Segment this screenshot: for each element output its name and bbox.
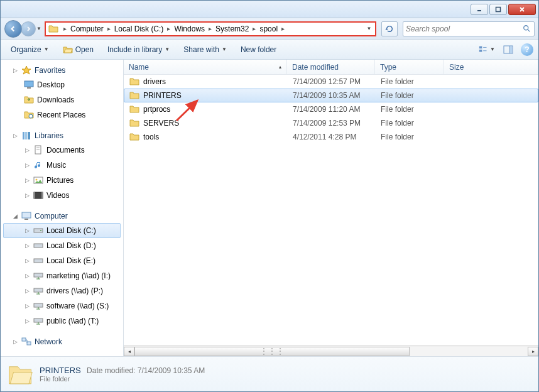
include-library-menu[interactable]: Include in library ▼: [102, 43, 175, 57]
svg-rect-24: [41, 192, 43, 199]
scroll-track[interactable]: ⋮⋮⋮: [134, 347, 528, 356]
horizontal-scrollbar[interactable]: ◂ ⋮⋮⋮ ▸: [124, 346, 538, 356]
sidebar-item-documents[interactable]: ▷Documents: [1, 143, 123, 158]
file-name: PRINTERS: [143, 91, 182, 100]
navigation-pane[interactable]: ▷Favorites Desktop Downloads Recent Plac…: [1, 60, 124, 356]
svg-rect-29: [34, 244, 43, 248]
view-menu[interactable]: ▼: [478, 43, 496, 57]
address-bar[interactable]: ▸ Computer ▸ Local Disk (C:) ▸ Windows ▸…: [45, 21, 376, 36]
breadcrumb-item[interactable]: spool: [258, 24, 279, 33]
file-row[interactable]: prtprocs7/14/2009 11:20 AMFile folder: [124, 102, 538, 116]
chevron-right-icon: ▸: [250, 25, 258, 32]
file-row[interactable]: SERVERS7/14/2009 12:53 PMFile folder: [124, 116, 538, 130]
breadcrumb-item[interactable]: Windows: [173, 24, 206, 33]
nav-buttons: ▼: [4, 20, 42, 38]
content-body: ▷Favorites Desktop Downloads Recent Plac…: [1, 60, 538, 356]
libraries-group[interactable]: ▷Libraries: [1, 129, 123, 143]
details-name: PRINTERS: [40, 366, 81, 375]
help-button[interactable]: ?: [521, 43, 533, 56]
file-row[interactable]: drivers7/14/2009 12:57 PMFile folder: [124, 75, 538, 89]
help-icon: ?: [525, 45, 529, 54]
svg-rect-22: [34, 192, 43, 199]
file-name: drivers: [143, 77, 166, 86]
close-button[interactable]: [508, 4, 536, 15]
file-list-pane: Name▴ Date modified Type Size drivers7/1…: [124, 60, 538, 356]
svg-rect-10: [510, 46, 512, 53]
sidebar-item-net-marketing[interactable]: ▷marketing (\\ad) (I:): [1, 268, 123, 283]
sidebar-item-downloads[interactable]: Downloads: [1, 92, 123, 107]
refresh-icon: [385, 24, 394, 33]
sidebar-item-net-drivers[interactable]: ▷drivers (\\ad) (P:): [1, 283, 123, 298]
column-size[interactable]: Size: [444, 60, 538, 74]
sidebar-item-pictures[interactable]: ▷Pictures: [1, 173, 123, 188]
breadcrumb-item[interactable]: System32: [214, 24, 250, 33]
share-menu[interactable]: Share with ▼: [178, 43, 232, 57]
breadcrumb-item[interactable]: Computer: [69, 24, 105, 33]
new-folder-button[interactable]: New folder: [236, 43, 281, 57]
sidebar-item-local-e[interactable]: ▷Local Disk (E:): [1, 253, 123, 268]
file-row[interactable]: PRINTERS7/14/2009 10:35 AMFile folder: [124, 89, 538, 102]
back-button[interactable]: [4, 20, 22, 38]
sidebar-item-recent[interactable]: Recent Places: [1, 107, 123, 122]
sidebar-item-local-d[interactable]: ▷Local Disk (D:): [1, 238, 123, 253]
scroll-thumb[interactable]: ⋮⋮⋮: [134, 347, 410, 356]
sidebar-item-net-software[interactable]: ▷software (\\ad) (S:): [1, 298, 123, 313]
file-type: File folder: [376, 133, 445, 141]
navigation-bar: ▼ ▸ Computer ▸ Local Disk (C:) ▸ Windows…: [1, 18, 538, 40]
nav-history-dropdown[interactable]: ▼: [36, 25, 42, 33]
svg-rect-31: [34, 273, 43, 277]
sidebar-item-net-public[interactable]: ▷public (\\ad) (T:): [1, 313, 123, 329]
column-type[interactable]: Type: [375, 60, 444, 74]
file-type: File folder: [376, 119, 445, 128]
address-dropdown[interactable]: ▼: [362, 23, 375, 35]
preview-pane-button[interactable]: [499, 43, 517, 57]
maximize-button[interactable]: [489, 4, 507, 15]
file-name: SERVERS: [143, 119, 179, 128]
documents-icon: [33, 145, 43, 155]
search-input[interactable]: [406, 24, 523, 33]
desktop-icon: [24, 80, 34, 90]
svg-point-28: [40, 230, 41, 231]
libraries-label: Libraries: [35, 131, 63, 140]
network-icon: [21, 337, 31, 347]
svg-rect-4: [479, 46, 482, 48]
open-button[interactable]: Open: [58, 42, 99, 57]
chevron-right-icon: ▸: [165, 25, 173, 32]
sidebar-item-music[interactable]: ▷Music: [1, 158, 123, 173]
sidebar-item-local-c[interactable]: ▷Local Disk (C:): [3, 223, 121, 238]
file-name: tools: [143, 133, 159, 141]
search-icon: [523, 24, 531, 33]
column-name[interactable]: Name▴: [124, 60, 287, 74]
network-drive-icon: [33, 286, 43, 296]
favorites-group[interactable]: ▷Favorites: [1, 63, 123, 77]
refresh-button[interactable]: [381, 21, 398, 36]
svg-rect-12: [27, 87, 31, 89]
minimize-button[interactable]: [471, 4, 488, 15]
file-type: File folder: [376, 91, 445, 100]
folder-icon: [129, 118, 139, 128]
details-meta: Date modified: 7/14/2009 10:35 AM: [87, 366, 205, 375]
scroll-left-button[interactable]: ◂: [124, 347, 134, 356]
column-date[interactable]: Date modified: [287, 60, 375, 74]
file-date: 7/14/2009 12:53 PM: [288, 119, 376, 128]
svg-rect-16: [28, 132, 30, 139]
file-list[interactable]: drivers7/14/2009 12:57 PMFile folderPRIN…: [124, 75, 538, 346]
file-row[interactable]: tools4/12/2011 4:28 PMFile folder: [124, 130, 538, 144]
forward-button[interactable]: [21, 21, 36, 36]
view-icon: [479, 45, 489, 54]
search-box[interactable]: [403, 21, 535, 36]
computer-group[interactable]: ◢Computer: [1, 209, 123, 223]
file-type: File folder: [376, 105, 445, 114]
scroll-right-button[interactable]: ▸: [528, 347, 538, 356]
network-group[interactable]: ▷Network: [1, 335, 123, 349]
svg-point-21: [36, 179, 38, 181]
organize-menu[interactable]: Organize ▼: [6, 43, 54, 57]
downloads-icon: [24, 95, 34, 105]
folder-icon: [129, 132, 139, 142]
file-type: File folder: [376, 77, 445, 86]
chevron-right-icon: ▸: [61, 25, 69, 32]
breadcrumb-item[interactable]: Local Disk (C:): [113, 24, 165, 33]
svg-rect-1: [496, 7, 501, 11]
sidebar-item-desktop[interactable]: Desktop: [1, 77, 123, 92]
sidebar-item-videos[interactable]: ▷Videos: [1, 188, 123, 203]
